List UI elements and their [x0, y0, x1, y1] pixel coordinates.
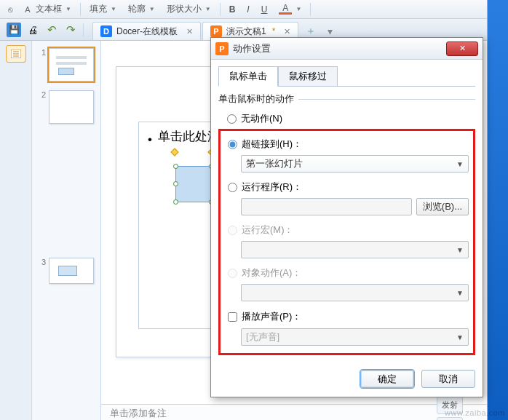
tab-label: 鼠标单击	[229, 71, 267, 82]
option-label: 超链接到(H)：	[242, 138, 302, 151]
group-text: 单击鼠标时的动作	[218, 92, 294, 106]
desktop-bg	[488, 0, 508, 420]
slide-thumb[interactable]	[49, 90, 94, 124]
print-button[interactable]: 🖨	[23, 21, 42, 39]
option-run-macro: 运行宏(M)：	[225, 221, 469, 239]
app-icon: P	[215, 42, 229, 55]
bullet-icon: •	[148, 132, 152, 147]
shape-size-menu[interactable]: 形状大小 ▼	[167, 3, 211, 15]
resize-handle[interactable]	[173, 164, 178, 169]
browse-button[interactable]: 浏览(B)...	[416, 198, 469, 215]
adjust-handle[interactable]	[170, 148, 178, 156]
fill-menu[interactable]: 填充 ▼	[90, 3, 116, 15]
underline-button[interactable]: U	[261, 4, 268, 15]
notes-text: 单击添加备注	[110, 408, 167, 419]
action-settings-dialog: P 动作设置 ✕ 鼠标单击 鼠标移过 单击鼠标时的动作 无动作(N) 超链接到(	[210, 37, 483, 397]
run-program-row: 浏览(B)...	[241, 198, 469, 215]
save-button[interactable]: 💾	[4, 21, 23, 39]
undo-icon: ↶	[47, 23, 57, 36]
italic-button[interactable]: I	[247, 4, 249, 15]
option-none[interactable]: 无动作(N)	[218, 110, 475, 127]
dialog-titlebar[interactable]: P 动作设置 ✕	[211, 38, 483, 60]
option-hyperlink[interactable]: 超链接到(H)：	[225, 135, 469, 153]
slide-number: 1	[39, 48, 46, 57]
tab-mouse-click[interactable]: 鼠标单击	[218, 66, 278, 87]
slide-thumb[interactable]	[49, 258, 94, 284]
hyperlink-combo[interactable]: 第一张幻灯片 ▼	[241, 155, 469, 173]
option-label: 运行宏(M)：	[242, 223, 294, 237]
separator	[310, 3, 311, 16]
font-color-button[interactable]: A ▼	[279, 4, 301, 15]
slide-thumb[interactable]	[49, 48, 94, 82]
color-swatch	[279, 12, 292, 15]
chevron-down-icon: ▼	[149, 6, 155, 12]
chevron-down-icon: ▼	[66, 6, 71, 12]
run-program-input[interactable]	[241, 198, 412, 215]
object-action-combo: ▼	[241, 284, 469, 301]
radio-hyperlink[interactable]	[228, 140, 237, 149]
dialog-footer: 确定 取消	[211, 362, 483, 397]
ok-button[interactable]: 确定	[360, 370, 414, 388]
watermark: www.zaiba.com	[445, 408, 505, 417]
option-label: 对象动作(A)：	[242, 266, 301, 280]
cancel-button[interactable]: 取消	[421, 370, 475, 388]
tab-mouse-hover[interactable]: 鼠标移过	[278, 66, 338, 87]
radio-run-macro	[228, 226, 237, 235]
redo-icon: ↷	[66, 23, 76, 36]
slide-number: 2	[39, 90, 46, 99]
option-label: 无动作(N)	[241, 112, 282, 125]
modified-indicator: *	[272, 26, 276, 36]
chevron-down-icon: ▼	[295, 6, 301, 12]
tab-label: 鼠标移过	[289, 71, 327, 82]
outline-view-button[interactable]	[6, 45, 26, 63]
radio-none[interactable]	[227, 114, 237, 124]
checkbox-label: 播放声音(P)：	[242, 310, 301, 323]
bold-button[interactable]: B	[229, 4, 236, 15]
group-label: 单击鼠标时的动作	[218, 92, 475, 106]
textbox-menu[interactable]: A 文本框 ▼	[22, 3, 71, 15]
outline-menu[interactable]: 轮廓 ▼	[128, 3, 155, 15]
play-sound-row[interactable]: 播放声音(P)：	[225, 307, 469, 326]
slide-thumbnail-panel: 1 2 3	[32, 41, 101, 420]
print-icon: 🖨	[28, 24, 38, 36]
slide-grid-icon	[11, 49, 21, 58]
close-icon[interactable]: ✕	[284, 27, 290, 36]
ribbon-bar: ⎋ A 文本框 ▼ 填充 ▼ 轮廓 ▼ 形状大小 ▼ B I U A ▼	[0, 0, 487, 19]
combo-value: [无声音]	[246, 330, 279, 344]
close-icon: ✕	[459, 44, 466, 53]
notes-placeholder[interactable]: 单击添加备注	[101, 404, 487, 420]
close-icon[interactable]: ✕	[186, 27, 193, 36]
tab-docer[interactable]: D Docer-在线模板 ✕	[92, 22, 201, 40]
textbox-label: 文本框	[36, 3, 62, 15]
macro-combo: ▼	[241, 241, 469, 258]
save-icon: 💾	[7, 23, 21, 37]
dialog-body: 鼠标单击 鼠标移过 单击鼠标时的动作 无动作(N) 超链接到(H)： 第一张幻灯…	[211, 60, 483, 362]
undo-button[interactable]: ↶	[42, 21, 61, 39]
view-switcher-rail	[0, 41, 32, 420]
chevron-down-icon: ▼	[456, 333, 464, 341]
play-sound-checkbox[interactable]	[228, 312, 237, 322]
fill-label: 填充	[90, 3, 107, 15]
combo-value: 第一张幻灯片	[246, 157, 303, 170]
redo-button[interactable]: ↷	[61, 21, 80, 39]
close-button[interactable]: ✕	[446, 41, 478, 56]
chevron-down-icon: ▼	[111, 6, 116, 12]
dialog-title: 动作设置	[233, 42, 271, 55]
option-run-program[interactable]: 运行程序(R)：	[225, 178, 469, 196]
presentation-icon: P	[210, 25, 222, 37]
resize-handle[interactable]	[173, 199, 178, 205]
nav-down-button[interactable]: ▾	[437, 417, 463, 420]
tab-label: Docer-在线模板	[116, 25, 178, 38]
separator	[220, 3, 221, 16]
radio-run-program[interactable]	[228, 183, 237, 192]
outline-label: 轮廓	[128, 3, 146, 15]
anchor-icon: ⎋	[4, 4, 16, 15]
resize-handle[interactable]	[173, 181, 178, 186]
chevron-down-icon: ▼	[205, 6, 211, 12]
rule	[298, 99, 475, 100]
option-label: 运行程序(R)：	[242, 181, 302, 194]
slide-number: 3	[39, 258, 46, 266]
docer-icon: D	[100, 25, 112, 37]
sound-combo: [无声音] ▼	[241, 328, 469, 346]
chevron-down-icon: ▼	[456, 246, 464, 254]
